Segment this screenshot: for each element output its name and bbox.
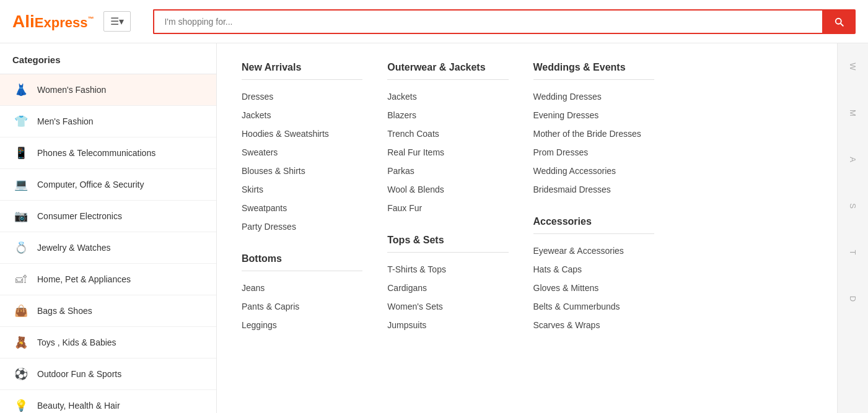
section-item-1-0-0[interactable]: Jackets <box>387 87 508 106</box>
sidebar-items-container: 👗 Women's Fashion 👕 Men's Fashion 📱 Phon… <box>0 74 216 413</box>
section-item-0-0-2[interactable]: Hoodies & Sweatshirts <box>242 124 362 143</box>
section-item-2-1-0[interactable]: Eyewear & Accessories <box>533 241 654 260</box>
section-item-1-1-1[interactable]: Cardigans <box>387 279 508 297</box>
right-edge-label-5: T <box>848 250 857 255</box>
section-item-2-0-0[interactable]: Wedding Dresses <box>533 87 654 106</box>
sidebar-label-mens-fashion: Men's Fashion <box>37 116 94 126</box>
sidebar-icon-phones: 📱 <box>12 144 30 162</box>
sidebar-label-phones: Phones & Telecommunications <box>37 148 156 158</box>
section-0-1: BottomsJeansPants & CaprisLeggings <box>242 253 362 334</box>
sidebar-item-phones[interactable]: 📱 Phones & Telecommunications <box>0 137 216 169</box>
sidebar-icon-mens-fashion: 👕 <box>12 113 30 130</box>
section-item-0-0-6[interactable]: Sweatpants <box>242 199 362 217</box>
right-edge-label-2: M <box>848 110 857 116</box>
section-item-2-1-3[interactable]: Belts & Cummerbunds <box>533 297 654 316</box>
section-item-1-0-4[interactable]: Parkas <box>387 162 508 180</box>
right-edge-label-4: S <box>848 203 857 209</box>
section-item-1-0-5[interactable]: Wool & Blends <box>387 180 508 199</box>
sidebar-item-computer[interactable]: 💻 Computer, Office & Security <box>0 169 216 201</box>
section-item-2-0-5[interactable]: Bridesmaid Dresses <box>533 180 654 199</box>
sidebar-label-consumer-electronics: Consumer Electronics <box>37 211 122 221</box>
sidebar-icon-computer: 💻 <box>12 176 30 193</box>
sidebar-label-home-pet: Home, Pet & Appliances <box>37 274 131 284</box>
section-title-2-0: Weddings & Events <box>533 62 654 80</box>
sidebar-item-toys-kids[interactable]: 🧸 Toys , Kids & Babies <box>0 327 216 359</box>
search-input[interactable] <box>153 9 822 34</box>
section-item-0-0-4[interactable]: Blouses & Shirts <box>242 162 362 180</box>
sidebar-icon-jewelry: 💍 <box>12 239 30 256</box>
search-wrapper <box>153 9 856 34</box>
section-items-0-0: DressesJacketsHoodies & SweatshirtsSweat… <box>242 87 362 236</box>
search-icon <box>833 16 844 27</box>
section-item-0-0-1[interactable]: Jackets <box>242 106 362 124</box>
sidebar-label-bags-shoes: Bags & Shoes <box>37 306 92 316</box>
right-edge-label-6: D <box>848 296 857 302</box>
sidebar-item-bags-shoes[interactable]: 👜 Bags & Shoes <box>0 295 216 327</box>
section-item-2-0-2[interactable]: Mother of the Bride Dresses <box>533 124 654 143</box>
section-items-2-0: Wedding DressesEvening DressesMother of … <box>533 87 654 199</box>
section-item-1-0-3[interactable]: Real Fur Items <box>387 143 508 162</box>
section-item-2-0-4[interactable]: Wedding Accessories <box>533 162 654 180</box>
section-1-0: Outerwear & JacketsJacketsBlazersTrench … <box>387 62 508 217</box>
header: AliExpress™ ☰▾ <box>0 0 868 43</box>
section-item-0-0-7[interactable]: Party Dresses <box>242 217 362 236</box>
section-items-2-1: Eyewear & AccessoriesHats & CapsGloves &… <box>533 241 654 334</box>
sidebar: Categories 👗 Women's Fashion 👕 Men's Fas… <box>0 43 217 413</box>
section-item-0-1-1[interactable]: Pants & Capris <box>242 297 362 316</box>
section-item-0-0-3[interactable]: Sweaters <box>242 143 362 162</box>
right-edge-label-1: W <box>848 63 857 70</box>
section-item-1-0-6[interactable]: Faux Fur <box>387 199 508 217</box>
sidebar-icon-outdoor: ⚽ <box>12 365 30 383</box>
sidebar-label-computer: Computer, Office & Security <box>37 180 144 189</box>
right-edge-label-3: A <box>848 157 857 162</box>
sidebar-item-jewelry[interactable]: 💍 Jewelry & Watches <box>0 232 216 264</box>
section-item-0-0-0[interactable]: Dresses <box>242 87 362 106</box>
logo-express: Express <box>35 15 88 30</box>
sidebar-item-womens-fashion[interactable]: 👗 Women's Fashion <box>0 74 216 106</box>
section-1-1: Tops & SetsT-Shirts & TopsCardigansWomen… <box>387 235 508 334</box>
section-title-1-1: Tops & Sets <box>387 235 508 253</box>
sidebar-icon-womens-fashion: 👗 <box>12 81 30 98</box>
content-column-1: Outerwear & JacketsJacketsBlazersTrench … <box>387 62 520 352</box>
sidebar-label-womens-fashion: Women's Fashion <box>37 85 106 95</box>
section-item-1-0-1[interactable]: Blazers <box>387 106 508 124</box>
section-item-0-1-2[interactable]: Leggings <box>242 316 362 334</box>
section-0-0: New ArrivalsDressesJacketsHoodies & Swea… <box>242 62 362 236</box>
section-item-2-1-2[interactable]: Gloves & Mittens <box>533 279 654 297</box>
sidebar-label-jewelry: Jewelry & Watches <box>37 243 111 253</box>
content-grid: New ArrivalsDressesJacketsHoodies & Swea… <box>242 62 812 352</box>
sidebar-icon-toys-kids: 🧸 <box>12 334 30 351</box>
section-item-0-0-5[interactable]: Skirts <box>242 180 362 199</box>
right-edge: W M A S T D <box>837 43 868 413</box>
menu-button[interactable]: ☰▾ <box>103 11 131 32</box>
section-items-0-1: JeansPants & CaprisLeggings <box>242 279 362 334</box>
sidebar-icon-consumer-electronics: 📷 <box>12 207 30 225</box>
logo-tm: ™ <box>87 15 94 22</box>
main-container: Categories 👗 Women's Fashion 👕 Men's Fas… <box>0 43 868 413</box>
section-item-1-0-2[interactable]: Trench Coats <box>387 124 508 143</box>
section-item-1-1-0[interactable]: T-Shirts & Tops <box>387 260 508 279</box>
section-item-2-1-4[interactable]: Scarves & Wraps <box>533 316 654 334</box>
section-items-1-1: T-Shirts & TopsCardigansWomen's SetsJump… <box>387 260 508 334</box>
sidebar-item-beauty[interactable]: 💡 Beauty, Health & Hair <box>0 390 216 413</box>
sidebar-label-toys-kids: Toys , Kids & Babies <box>37 337 116 347</box>
logo[interactable]: AliExpress™ <box>12 12 94 32</box>
content-column-2: Weddings & EventsWedding DressesEvening … <box>533 62 667 352</box>
sidebar-item-consumer-electronics[interactable]: 📷 Consumer Electronics <box>0 201 216 232</box>
content-column-0: New ArrivalsDressesJacketsHoodies & Swea… <box>242 62 375 352</box>
sidebar-icon-home-pet: 🛋 <box>12 271 30 288</box>
section-item-0-1-0[interactable]: Jeans <box>242 279 362 297</box>
logo-ali: Ali <box>12 12 35 31</box>
section-item-2-0-3[interactable]: Prom Dresses <box>533 143 654 162</box>
sidebar-item-outdoor[interactable]: ⚽ Outdoor Fun & Sports <box>0 359 216 390</box>
section-item-2-0-1[interactable]: Evening Dresses <box>533 106 654 124</box>
section-title-2-1: Accessories <box>533 216 654 234</box>
section-item-2-1-1[interactable]: Hats & Caps <box>533 260 654 279</box>
section-title-0-0: New Arrivals <box>242 62 362 80</box>
search-button[interactable] <box>822 9 856 34</box>
sidebar-item-home-pet[interactable]: 🛋 Home, Pet & Appliances <box>0 264 216 295</box>
section-items-1-0: JacketsBlazersTrench CoatsReal Fur Items… <box>387 87 508 217</box>
sidebar-item-mens-fashion[interactable]: 👕 Men's Fashion <box>0 106 216 137</box>
section-item-1-1-3[interactable]: Jumpsuits <box>387 316 508 334</box>
section-item-1-1-2[interactable]: Women's Sets <box>387 297 508 316</box>
